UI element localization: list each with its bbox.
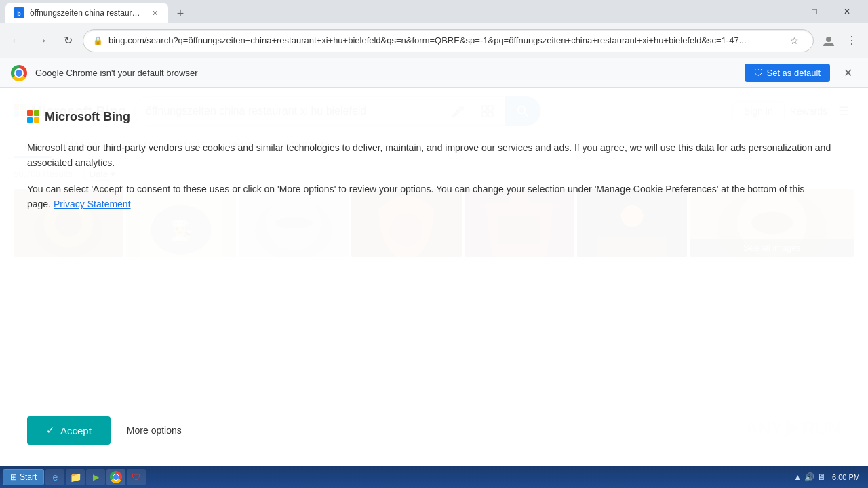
minimize-button[interactable]: ─: [766, 0, 797, 23]
notification-close-button[interactable]: ✕: [838, 64, 857, 83]
cookie-sq-yellow: [34, 117, 39, 123]
url-text: bing.com/search?q=öffnungszeiten+china+r…: [108, 35, 779, 45]
start-label: Start: [20, 472, 37, 482]
cookie-actions: ✓ Accept More options: [27, 416, 841, 445]
notification-text: Google Chrome isn't your default browser: [35, 68, 736, 78]
cookie-consent-overlay: Microsoft Bing Microsoft and our third-p…: [0, 88, 868, 466]
chrome-taskbar-icon: [110, 471, 122, 483]
chrome-icon: [11, 65, 27, 81]
address-bar[interactable]: 🔒 bing.com/search?q=öffnungszeiten+china…: [83, 29, 814, 52]
sys-display-icon[interactable]: 🖥: [817, 472, 825, 482]
active-tab[interactable]: b öffnungszeiten china restaurant xi h ✕: [5, 3, 168, 23]
notification-bar: Google Chrome isn't your default browser…: [0, 58, 868, 88]
cookie-bing-logo: Microsoft Bing: [27, 110, 841, 124]
taskbar-media-icon[interactable]: ▶: [86, 469, 105, 485]
set-default-icon: 🛡: [754, 68, 763, 78]
taskbar-sys-tray: ▲ 🔊 🖥: [788, 472, 831, 482]
tab-strip: b öffnungszeiten china restaurant xi h ✕…: [5, 0, 766, 23]
taskbar-ie-icon[interactable]: e: [45, 469, 64, 485]
taskbar-clock: 6:00 PM: [832, 473, 860, 481]
cookie-bing-logo-text: Microsoft Bing: [45, 110, 130, 124]
maximize-button[interactable]: □: [799, 0, 830, 23]
taskbar-antivirus-icon[interactable]: 🛡: [127, 469, 146, 485]
window-controls: ─ □ ✕: [766, 0, 863, 23]
title-bar: b öffnungszeiten china restaurant xi h ✕…: [0, 0, 868, 23]
lock-icon: 🔒: [93, 36, 103, 45]
tab-title: öffnungszeiten china restaurant xi h: [30, 8, 144, 18]
svg-point-2: [826, 37, 831, 42]
sys-arrow-icon[interactable]: ▲: [793, 472, 802, 482]
set-default-label: Set as default: [767, 68, 821, 78]
refresh-button[interactable]: ↻: [57, 30, 79, 52]
cookie-sq-green: [34, 110, 39, 116]
address-actions: ☆: [785, 31, 804, 50]
taskbar: ⊞ Start e 📁 ▶ 🛡 ▲ 🔊 🖥 6:00 PM: [0, 466, 868, 488]
close-button[interactable]: ✕: [831, 0, 863, 23]
tab-favicon: b: [14, 7, 24, 18]
forward-button[interactable]: →: [31, 30, 53, 52]
accept-button[interactable]: ✓ Accept: [27, 416, 111, 445]
taskbar-chrome-icon[interactable]: [106, 469, 125, 485]
cookie-paragraph-2: You can select 'Accept' to consent to th…: [27, 182, 841, 212]
cookie-sq-red: [27, 110, 33, 116]
main-content: Microsoft Bing 🎤: [0, 88, 868, 466]
sys-volume-icon[interactable]: 🔊: [804, 472, 814, 482]
more-options-link[interactable]: More options: [127, 425, 182, 436]
start-button[interactable]: ⊞ Start: [3, 469, 44, 485]
profile-button[interactable]: [818, 30, 840, 52]
privacy-statement-link[interactable]: Privacy Statement: [54, 199, 131, 209]
accept-checkmark-icon: ✓: [46, 424, 55, 436]
cookie-sq-blue: [27, 117, 33, 123]
set-default-button[interactable]: 🛡 Set as default: [745, 64, 831, 82]
start-icon: ⊞: [10, 472, 17, 482]
svg-text:b: b: [17, 10, 21, 17]
back-button[interactable]: ←: [5, 30, 27, 52]
taskbar-folder-icon[interactable]: 📁: [66, 469, 85, 485]
menu-button[interactable]: ⋮: [841, 30, 863, 52]
tab-close-button[interactable]: ✕: [149, 7, 160, 18]
bookmark-button[interactable]: ☆: [785, 31, 804, 50]
new-tab-button[interactable]: +: [171, 4, 190, 23]
cookie-paragraph-1: Microsoft and our third-party vendors us…: [27, 140, 841, 171]
cookie-body: Microsoft and our third-party vendors us…: [27, 140, 841, 400]
cookie-ms-squares-icon: [27, 110, 41, 124]
navigation-bar: ← → ↻ 🔒 bing.com/search?q=öffnungszeiten…: [0, 23, 868, 58]
toolbar-actions: ⋮: [818, 30, 863, 52]
accept-label: Accept: [60, 425, 92, 436]
